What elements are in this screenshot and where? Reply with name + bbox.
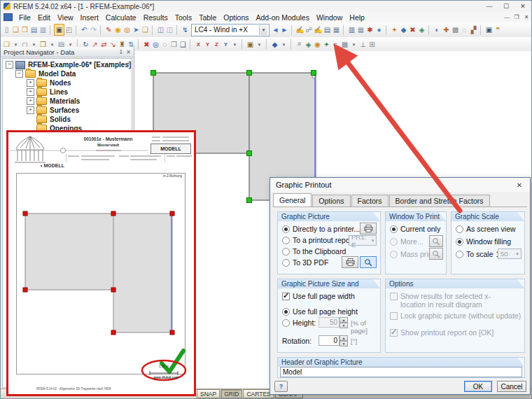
calculation-icon[interactable]: ✍ bbox=[295, 24, 304, 35]
check-data-icon[interactable]: ☍ bbox=[304, 24, 314, 35]
view-in-x-icon[interactable]: X bbox=[194, 39, 203, 50]
tree-item-nodes[interactable]: + Nodes bbox=[3, 78, 132, 88]
model-check-icon[interactable]: ◈ bbox=[417, 24, 426, 35]
menu-help[interactable]: Help bbox=[346, 13, 368, 22]
partial-view-icon[interactable]: ▩ bbox=[340, 39, 349, 50]
snap-icon[interactable]: ◌ bbox=[460, 24, 469, 35]
menu-insert[interactable]: Insert bbox=[77, 13, 102, 22]
view-in-z-icon[interactable]: Z bbox=[212, 39, 221, 50]
radio-icon[interactable] bbox=[456, 225, 463, 233]
isometric-view-icon[interactable]: ❑ bbox=[178, 39, 188, 50]
option-to-3d-pdf[interactable]: To 3D PDF bbox=[282, 258, 328, 267]
dropdown-arrow-icon[interactable]: ▾ bbox=[349, 39, 358, 50]
pin-icon[interactable]: ↧ bbox=[119, 49, 124, 55]
menu-window[interactable]: Window bbox=[313, 13, 346, 22]
sphere-view-icon[interactable]: ● bbox=[374, 24, 384, 35]
select-pointer-icon[interactable]: ➤ bbox=[132, 24, 141, 35]
menu-results[interactable]: Results bbox=[140, 13, 172, 22]
delete-results-icon[interactable]: ✖ bbox=[408, 24, 417, 35]
tree-item-surfaces[interactable]: + Surfaces bbox=[3, 106, 132, 115]
menu-tools[interactable]: Tools bbox=[172, 13, 196, 22]
tree-item-solids[interactable]: Solids bbox=[3, 115, 132, 124]
tab-border-stretch[interactable]: Border and Stretch Factors bbox=[389, 195, 490, 206]
tree-expander-icon[interactable]: + bbox=[27, 106, 34, 114]
dialog-close-icon[interactable]: ✕ bbox=[510, 179, 528, 190]
rotation-spinner[interactable]: 0 ▲▼ bbox=[318, 335, 340, 346]
menu-calculate[interactable]: Calculate bbox=[102, 13, 140, 22]
navigator-header[interactable]: Project Navigator - Data ↧ ✕ bbox=[1, 47, 134, 57]
save-model-icon[interactable]: ▤ bbox=[29, 24, 38, 35]
option-directly-to-printer[interactable]: Directly to a printer... bbox=[282, 225, 360, 233]
print-preview-icon[interactable]: ◰ bbox=[64, 24, 74, 35]
tab-general[interactable]: General bbox=[273, 193, 312, 206]
pdf-printer-button[interactable] bbox=[342, 256, 358, 268]
menu-table[interactable]: Table bbox=[195, 13, 220, 22]
module-list-icon[interactable]: ◆ bbox=[399, 24, 408, 35]
cancel-button[interactable]: Cancel bbox=[497, 381, 526, 392]
zoom-out-icon[interactable]: ◌ bbox=[160, 39, 169, 50]
spinner-arrows-icon[interactable]: ▲▼ bbox=[340, 335, 348, 346]
print-graphic-icon[interactable]: ▣ bbox=[54, 24, 64, 36]
redo-icon[interactable]: ↷ bbox=[89, 24, 98, 35]
grid-toggle[interactable]: GRID bbox=[220, 389, 242, 398]
previous-load-case-icon[interactable]: ◄ bbox=[271, 24, 280, 35]
pdf-preview-button[interactable] bbox=[360, 256, 377, 268]
radio-icon[interactable] bbox=[282, 237, 290, 244]
work-plane-icon[interactable]: ▣ bbox=[246, 39, 255, 50]
combo-dropdown-icon[interactable]: ▾ bbox=[259, 25, 267, 35]
load-case-icon[interactable]: ↯ bbox=[181, 24, 190, 35]
display-properties-icon[interactable]: ◈ bbox=[304, 39, 313, 50]
comment-icon[interactable]: ❞ bbox=[493, 24, 503, 35]
result-values-icon[interactable]: ▤ bbox=[323, 24, 332, 35]
header-text-input[interactable]: Model bbox=[280, 367, 522, 377]
scale-value-combo[interactable]: 50 bbox=[498, 248, 522, 259]
ok-button[interactable]: OK bbox=[464, 381, 492, 392]
tree-expander-icon[interactable]: + bbox=[27, 97, 34, 105]
option-as-screen-view[interactable]: As screen view bbox=[456, 225, 516, 233]
new-model-icon[interactable]: ▯ bbox=[2, 24, 11, 35]
radio-icon[interactable] bbox=[456, 251, 463, 258]
grid-icon[interactable]: ▩ bbox=[451, 24, 460, 35]
tree-expander-icon[interactable]: − bbox=[15, 70, 23, 78]
menu-options[interactable]: Options bbox=[220, 13, 252, 22]
table-filter-icon[interactable]: ▦ bbox=[356, 24, 365, 35]
option-full-page-height[interactable]: Use full page height bbox=[282, 307, 358, 316]
snap-toggle[interactable]: SNAP bbox=[197, 389, 220, 398]
radio-icon[interactable] bbox=[282, 248, 290, 255]
edit-graphic-icon[interactable]: ✎ bbox=[104, 24, 113, 35]
load-case-combo[interactable]: LC4 - Wind in +X ▾ bbox=[191, 24, 270, 36]
printout-report-combo[interactable]: PR1: E bbox=[349, 235, 377, 246]
tree-item-project[interactable]: − RFEM-Example-06* [Examples] bbox=[3, 60, 132, 69]
minimize-button[interactable]: — bbox=[481, 1, 498, 12]
render-solid-icon[interactable]: ✦ bbox=[322, 39, 331, 50]
dropdown-arrow-icon[interactable]: ▾ bbox=[255, 39, 264, 50]
option-printout-report[interactable]: To a printout report: bbox=[282, 236, 356, 244]
color-scale-icon[interactable]: ◉ bbox=[313, 39, 322, 50]
views-icon[interactable]: ◐ bbox=[433, 24, 442, 35]
checkbox-full-page-width[interactable]: Use full page width bbox=[282, 292, 355, 300]
delete-object-icon[interactable]: ✖ bbox=[142, 39, 151, 50]
radio-icon[interactable] bbox=[282, 308, 290, 316]
animation-icon[interactable]: ▦ bbox=[332, 24, 341, 35]
dropdown-arrow-icon[interactable]: ▾ bbox=[230, 39, 239, 50]
open-example-icon[interactable]: ❒ bbox=[20, 24, 29, 35]
render-wire-icon[interactable]: ≈ bbox=[331, 39, 340, 50]
radio-icon[interactable] bbox=[456, 238, 463, 246]
zoom-window-icon[interactable]: ❐ bbox=[169, 39, 178, 50]
checkbox-icon[interactable] bbox=[282, 293, 290, 300]
option-current-only[interactable]: Current only bbox=[390, 225, 440, 233]
option-to-clipboard[interactable]: To the Clipboard bbox=[282, 247, 346, 255]
render-mode-icon[interactable]: ◎ bbox=[122, 24, 132, 35]
next-load-case-icon[interactable]: ► bbox=[280, 24, 289, 35]
panel-close-icon[interactable]: ✕ bbox=[126, 49, 131, 55]
zoom-in-icon[interactable]: ◎ bbox=[151, 39, 160, 50]
visibility-icon[interactable]: ◆ bbox=[270, 39, 279, 50]
menu-edit[interactable]: Edit bbox=[34, 13, 54, 22]
radio-icon[interactable] bbox=[282, 259, 290, 267]
radio-icon[interactable] bbox=[282, 225, 290, 233]
tab-options[interactable]: Options bbox=[312, 195, 350, 206]
mdi-close-button[interactable]: ✕ bbox=[522, 14, 531, 20]
menu-addon-modules[interactable]: Add-on Modules bbox=[252, 13, 312, 22]
dialog-title-bar[interactable]: Graphic Printout bbox=[270, 178, 530, 192]
section-icon[interactable]: ⊥ bbox=[358, 39, 368, 50]
